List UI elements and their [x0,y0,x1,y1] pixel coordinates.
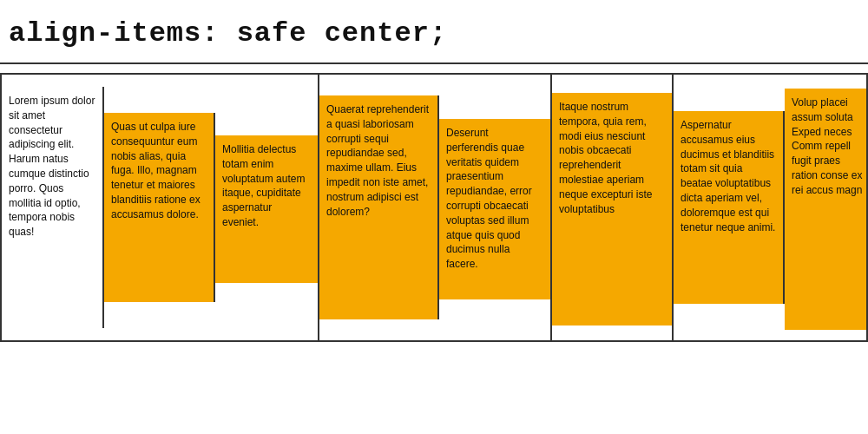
flex-item-6b: Itaque nostrum tempora, quia rem, modi e… [552,93,672,326]
flex-item-1: Lorem ipsum dolor sit amet consectetur a… [2,87,104,328]
flex-item-2-text: Quas ut culpa iure consequuntur eum nobi… [111,121,201,220]
flex-item-3b: Mollitia delectus totam enim voluptatum … [215,135,318,283]
flex-item-1-text: Lorem ipsum dolor sit amet consectetur a… [9,95,95,238]
flex-item-5b-text: Deserunt perferendis quae veritatis quid… [446,127,532,270]
flex-item-6-wrapper: Itaque nostrum tempora, quia rem, modi e… [552,75,674,342]
flex-item-4: Quaerat reprehenderit a quasi laboriosam… [319,95,439,319]
flex-item-5-wrapper: Deserunt perferendis quae veritatis quid… [439,75,552,342]
divider [0,62,868,64]
flex-item-8-wrapper: Volup placei assum soluta Exped neces Co… [785,75,868,342]
header: align-items: safe center; [0,0,868,62]
page-wrapper: align-items: safe center; Lorem ipsum do… [0,0,868,342]
flex-item-5b: Deserunt perferendis quae veritatis quid… [439,119,550,299]
flex-item-7: Aspernatur accusamus eius ducimus et bla… [674,111,785,304]
flex-item-8b: Volup placei assum soluta Exped neces Co… [785,89,868,330]
code-title: align-items: safe center; [9,17,859,49]
flex-item-6b-text: Itaque nostrum tempora, quia rem, modi e… [559,101,652,215]
flex-item-3-wrapper: Mollitia delectus totam enim voluptatum … [215,75,319,342]
flex-item-2: Quas ut culpa iure consequuntur eum nobi… [104,113,215,302]
flex-item-7-text: Aspernatur accusamus eius ducimus et bla… [681,119,775,233]
flex-item-4-text: Quaerat reprehenderit a quasi laboriosam… [326,103,429,218]
flex-item-3b-text: Mollitia delectus totam enim voluptatum … [222,143,305,228]
flex-item-8b-text: Volup placei assum soluta Exped neces Co… [792,96,862,196]
flex-demo-container: Lorem ipsum dolor sit amet consectetur a… [0,73,868,342]
